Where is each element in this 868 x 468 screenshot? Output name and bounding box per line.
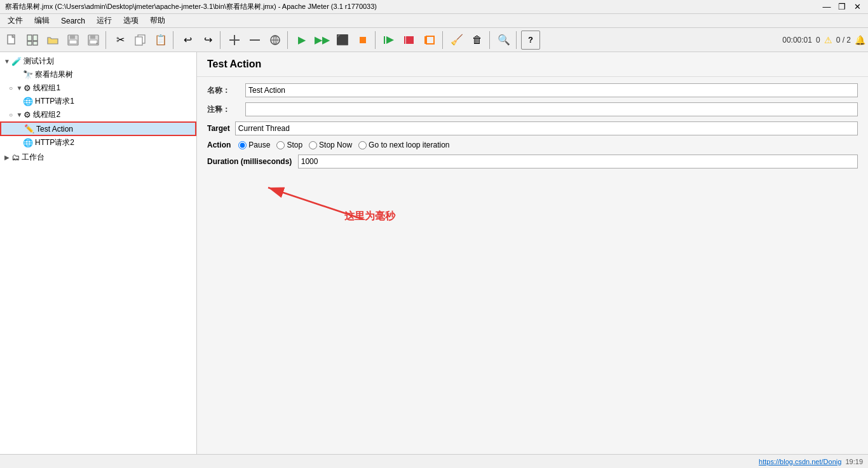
test-action-icon: ✏️ xyxy=(24,124,34,134)
start-button[interactable]: ▶ xyxy=(292,31,311,50)
svg-rect-3 xyxy=(33,35,37,41)
tree-item-http-request2[interactable]: 🌐 HTTP请求2 xyxy=(0,136,196,149)
content-panel: Test Action 名称： 注释： Target Current Threa… xyxy=(197,52,868,454)
cut-button[interactable]: ✂ xyxy=(111,31,130,50)
name-row: 名称： xyxy=(207,83,858,97)
radio-next-loop-label: Go to next loop iteration xyxy=(369,141,449,149)
svg-rect-10 xyxy=(90,35,95,39)
clear-button[interactable]: 🧹 xyxy=(447,31,466,50)
result-tree-icon: 🔭 xyxy=(23,70,33,79)
shutdown-button[interactable]: ⏹ xyxy=(353,31,372,50)
svg-rect-2 xyxy=(27,35,32,41)
expand-test-plan[interactable]: ▼ xyxy=(3,58,11,65)
test-plan-label: 测试计划 xyxy=(24,56,54,67)
remote-stop-button[interactable] xyxy=(400,31,419,50)
tree-item-test-action[interactable]: ✏️ Test Action xyxy=(0,121,196,136)
svg-rect-7 xyxy=(70,35,75,39)
open-button[interactable] xyxy=(43,31,62,50)
browse-button[interactable] xyxy=(266,31,285,50)
radio-stop-now[interactable]: Stop Now xyxy=(309,141,352,149)
help-button[interactable]: ? xyxy=(521,31,540,50)
tree-item-thread-group1[interactable]: ○ ▼ ⚙ 线程组1 xyxy=(0,81,196,95)
thread-group1-icon: ⚙ xyxy=(24,83,31,93)
toolbar-sep-2 xyxy=(173,31,175,49)
tree-item-workbench[interactable]: ▶ 🗂 工作台 xyxy=(0,151,196,164)
panel-title: Test Action xyxy=(197,52,868,77)
tree-item-test-plan[interactable]: ▼ 🧪 测试计划 xyxy=(0,55,196,68)
remote-shutdown-button[interactable] xyxy=(421,31,440,50)
action-radio-group: Pause Stop Stop Now Go to next loop iter… xyxy=(238,141,449,149)
target-select[interactable]: Current Thread All Threads xyxy=(235,121,858,135)
paste-button[interactable]: 📋 xyxy=(151,31,170,50)
window-controls: — ❐ ✕ xyxy=(821,1,863,13)
maximize-button[interactable]: ❐ xyxy=(836,1,848,13)
close-button[interactable]: ✕ xyxy=(851,1,863,13)
save-script-button[interactable]: * xyxy=(84,31,103,50)
target-row: Target Current Thread All Threads xyxy=(207,121,858,135)
menu-edit[interactable]: 编辑 xyxy=(29,14,55,27)
svg-marker-22 xyxy=(386,36,394,44)
thread-group2-label: 线程组2 xyxy=(33,109,60,120)
start-no-pause-button[interactable]: ▶▶ xyxy=(313,31,332,50)
save-button[interactable] xyxy=(64,31,83,50)
remove-button[interactable] xyxy=(245,31,264,50)
thread-group1-connector: ○ xyxy=(9,85,13,92)
errors-display: 0 / 2 xyxy=(836,36,851,45)
tree-item-result-tree[interactable]: 🔭 察看结果树 xyxy=(0,68,196,81)
radio-stop-now-input[interactable] xyxy=(309,141,317,149)
http-request2-icon: 🌐 xyxy=(23,138,33,148)
svg-rect-16 xyxy=(234,35,235,45)
redo-button[interactable]: ↪ xyxy=(198,31,217,50)
http-request1-icon: 🌐 xyxy=(23,97,33,106)
svg-rect-8 xyxy=(69,40,77,44)
workbench-icon: 🗂 xyxy=(11,153,20,162)
form-section: 名称： 注释： Target Current Thread All Thread… xyxy=(197,77,868,258)
toolbar-sep-8 xyxy=(516,31,519,49)
radio-stop-input[interactable] xyxy=(276,141,285,149)
warning-icon: ⚠ xyxy=(824,35,832,45)
name-input[interactable] xyxy=(245,83,858,97)
radio-next-loop[interactable]: Go to next loop iteration xyxy=(358,141,449,149)
thread-group2-icon: ⚙ xyxy=(24,110,31,120)
svg-rect-4 xyxy=(27,41,32,45)
add-button[interactable] xyxy=(225,31,244,50)
menu-help[interactable]: 帮助 xyxy=(145,14,170,27)
toolbar-sep-6 xyxy=(442,31,445,49)
copy-button[interactable] xyxy=(131,31,150,50)
expand-workbench[interactable]: ▶ xyxy=(3,154,11,161)
menu-search[interactable]: Search xyxy=(56,15,90,27)
duration-label: Duration (milliseconds) xyxy=(207,157,292,166)
http-request2-label: HTTP请求2 xyxy=(35,137,74,148)
annotation-text: 这里为毫秒 xyxy=(344,210,395,223)
title-bar: 察看结果树.jmx (C:\Users\admin\Desktop\jmeter… xyxy=(0,0,868,14)
stop-button[interactable]: ⬛ xyxy=(333,31,352,50)
svg-rect-24 xyxy=(406,36,414,44)
duration-input[interactable] xyxy=(298,155,858,169)
undo-button[interactable]: ↩ xyxy=(178,31,197,50)
tree-item-http-request1[interactable]: 🌐 HTTP请求1 xyxy=(0,95,196,108)
toolbar-sep-3 xyxy=(220,31,222,49)
result-tree-label: 察看结果树 xyxy=(35,69,73,80)
templates-button[interactable] xyxy=(23,31,42,50)
remote-start-button[interactable] xyxy=(380,31,399,50)
timer-display: 00:00:01 xyxy=(782,36,812,45)
menu-options[interactable]: 选项 xyxy=(118,14,144,27)
comment-input[interactable] xyxy=(245,102,858,116)
radio-stop-label: Stop xyxy=(287,141,302,149)
menu-bar: 文件 编辑 Search 运行 选项 帮助 xyxy=(0,14,868,28)
radio-stop[interactable]: Stop xyxy=(276,141,302,149)
clear-all-button[interactable]: 🗑 xyxy=(468,31,487,50)
radio-pause[interactable]: Pause xyxy=(238,141,270,149)
radio-next-loop-input[interactable] xyxy=(358,141,367,149)
search-button[interactable]: 🔍 xyxy=(494,31,513,50)
svg-rect-26 xyxy=(426,36,434,44)
new-button[interactable] xyxy=(3,31,22,50)
tree-item-thread-group2[interactable]: ○ ▼ ⚙ 线程组2 xyxy=(0,108,196,121)
expand-thread-group1[interactable]: ▼ xyxy=(15,85,24,92)
radio-pause-input[interactable] xyxy=(238,141,247,149)
menu-file[interactable]: 文件 xyxy=(3,14,28,27)
target-select-wrapper: Current Thread All Threads xyxy=(235,121,858,135)
menu-run[interactable]: 运行 xyxy=(92,14,117,27)
minimize-button[interactable]: — xyxy=(821,1,832,13)
expand-thread-group2[interactable]: ▼ xyxy=(15,111,24,118)
